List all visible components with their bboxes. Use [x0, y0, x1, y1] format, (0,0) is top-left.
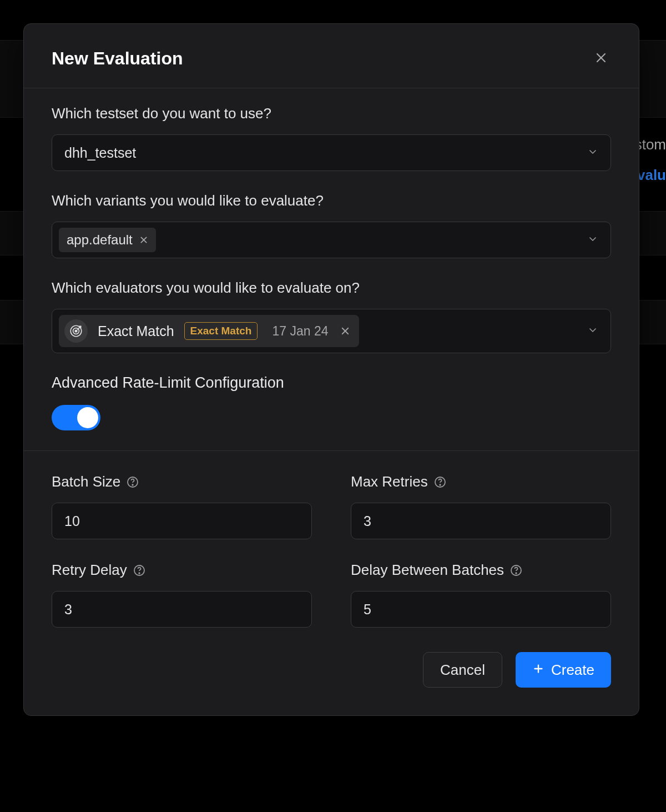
chevron-down-icon: [587, 323, 598, 339]
max-retries-field: Max Retries: [351, 473, 611, 539]
evaluator-chip-title: Exact Match: [98, 323, 174, 339]
variant-tag: app.default: [59, 228, 156, 252]
variant-tag-remove[interactable]: [139, 232, 148, 248]
svg-point-11: [132, 484, 133, 485]
batch-size-input[interactable]: [52, 503, 312, 539]
evaluator-chip-badge: Exact Match: [184, 322, 258, 340]
evaluators-label: Which evaluators you would like to evalu…: [52, 279, 611, 297]
cancel-button[interactable]: Cancel: [423, 652, 502, 688]
delay-between-batches-field: Delay Between Batches: [351, 562, 611, 628]
plus-icon: [532, 661, 544, 679]
batch-size-field: Batch Size: [52, 473, 312, 539]
retry-delay-input[interactable]: [52, 591, 312, 628]
testset-field: Which testset do you want to use? dhh_te…: [52, 105, 611, 171]
svg-point-17: [516, 573, 517, 574]
max-retries-label: Max Retries: [351, 473, 428, 490]
variants-select[interactable]: app.default: [52, 222, 611, 258]
variants-label: Which variants you would like to evaluat…: [52, 192, 611, 209]
create-button-label: Create: [551, 661, 594, 679]
modal-title: New Evaluation: [52, 48, 183, 69]
testset-select[interactable]: dhh_testset: [52, 134, 611, 171]
modal-header: New Evaluation: [24, 24, 639, 88]
help-icon[interactable]: [433, 475, 447, 489]
svg-point-13: [440, 484, 441, 485]
close-icon: [594, 51, 608, 67]
new-evaluation-modal: New Evaluation Which testset do you want…: [23, 23, 639, 716]
target-icon: [64, 319, 88, 343]
close-button[interactable]: [591, 49, 611, 69]
help-icon[interactable]: [126, 475, 139, 489]
delay-between-batches-input[interactable]: [351, 591, 611, 628]
chevron-down-icon: [587, 232, 598, 248]
chevron-down-icon: [587, 145, 598, 161]
batch-size-label: Batch Size: [52, 473, 120, 490]
rate-limit-toggle[interactable]: [52, 405, 100, 430]
evaluators-field: Which evaluators you would like to evalu…: [52, 279, 611, 353]
variants-field: Which variants you would like to evaluat…: [52, 192, 611, 258]
create-button[interactable]: Create: [516, 652, 611, 688]
retry-delay-label: Retry Delay: [52, 562, 127, 579]
rate-limit-section-title: Advanced Rate-Limit Configuration: [52, 374, 611, 392]
bg-partial-text-1: stom: [635, 136, 666, 153]
evaluators-select[interactable]: Exact Match Exact Match 17 Jan 24: [52, 309, 611, 353]
max-retries-input[interactable]: [351, 503, 611, 539]
help-icon[interactable]: [509, 564, 523, 577]
variant-tag-label: app.default: [67, 232, 133, 248]
svg-point-6: [75, 330, 77, 332]
toggle-knob: [77, 407, 98, 428]
testset-label: Which testset do you want to use?: [52, 105, 611, 122]
cancel-button-label: Cancel: [440, 661, 485, 679]
evaluator-chip-remove[interactable]: [340, 323, 350, 339]
help-icon[interactable]: [133, 564, 146, 577]
retry-delay-field: Retry Delay: [52, 562, 312, 628]
testset-value: dhh_testset: [64, 145, 136, 161]
modal-footer: Cancel Create: [24, 628, 639, 715]
evaluator-chip: Exact Match Exact Match 17 Jan 24: [59, 315, 359, 347]
svg-point-15: [139, 573, 140, 574]
delay-between-batches-label: Delay Between Batches: [351, 562, 504, 579]
evaluator-chip-date: 17 Jan 24: [272, 324, 328, 339]
